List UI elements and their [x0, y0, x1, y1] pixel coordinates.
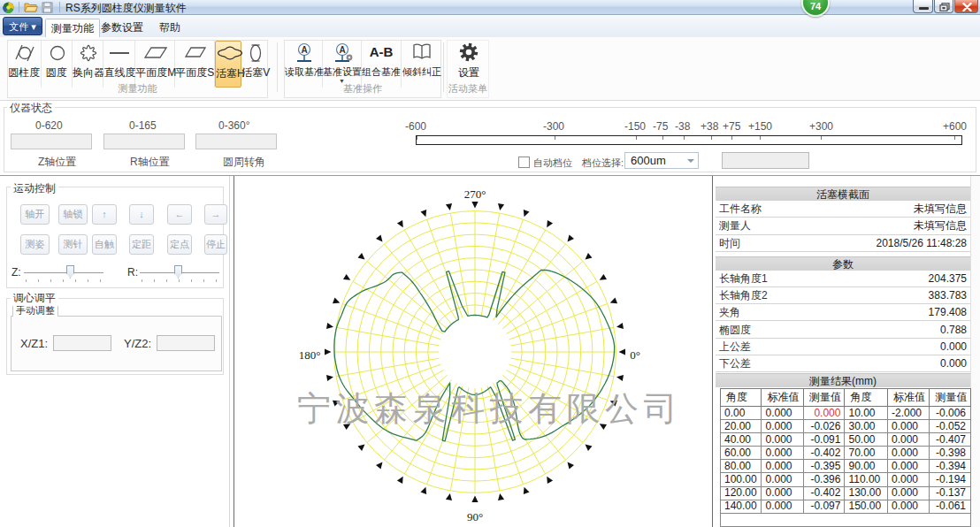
svg-text:0°: 0° [630, 348, 640, 362]
svg-text:180°: 180° [299, 348, 321, 362]
svg-text:A: A [301, 45, 307, 55]
svg-text:90°: 90° [467, 510, 483, 523]
svg-text:A: A [339, 45, 345, 55]
svg-text:270°: 270° [464, 187, 486, 201]
